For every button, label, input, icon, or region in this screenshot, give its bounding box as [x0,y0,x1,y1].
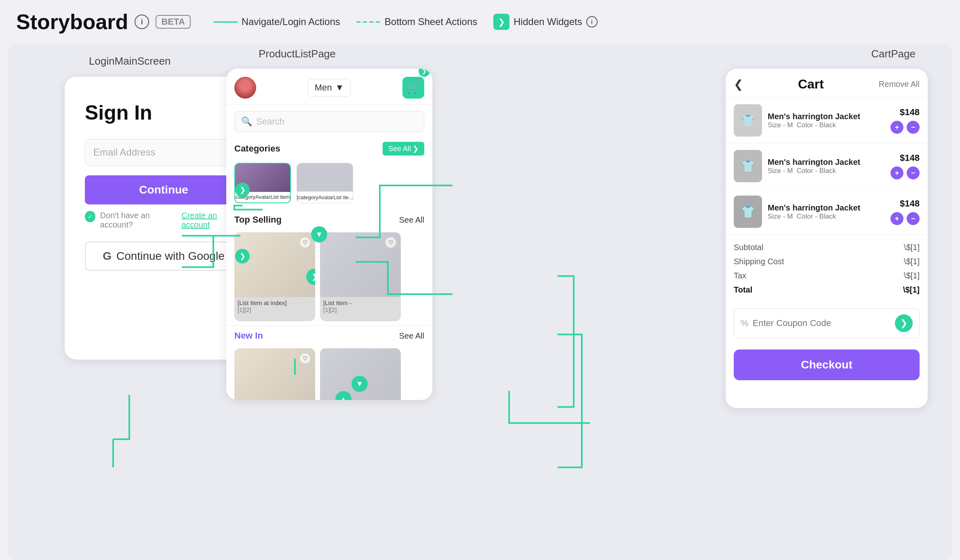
google-arrow-icon: ❯ [235,249,250,263]
storyboard-canvas: LoginMainScreen ProductListPage CartPage… [8,44,952,560]
search-icon: 🔍 [241,116,252,127]
category-label-2: [categoryAvatarList ite... [297,194,353,200]
coupon-input[interactable] [753,318,891,328]
item-info-2: Men's harrington Jacket Size - M Color -… [768,158,885,175]
item-attrs-1: Size - M Color - Black [768,121,885,129]
cart-screen-label: CartPage [871,48,916,68]
item-thumb-1: 👕 [734,104,762,137]
continue-arrow-icon: ❯ [235,183,250,197]
chevron-right-icon: ❯ [493,14,509,30]
item-price-2: $148 [900,153,920,163]
top-selling-title: Top Selling [234,215,282,225]
total-row: Total \$[1] [734,283,920,297]
cart-item-3: 👕 Men's harrington Jacket Size - M Color… [726,189,928,235]
tax-row: Tax \$[1] [734,269,920,283]
beta-badge: BETA [156,15,190,29]
qty-controls-1: + − [891,121,920,134]
google-icon: G [103,250,112,263]
new-in-header: New In See All [226,327,432,344]
heart-icon-2[interactable]: ♡ [385,236,397,248]
heart-icon-1[interactable]: ♡ [299,236,311,248]
product-screen-label: ProductListPage [259,48,336,68]
item-name-1: Men's harrington Jacket [768,112,885,121]
item-attrs-2: Size - M Color - Black [768,167,885,175]
new-product-card-1[interactable]: ♡ [234,348,315,400]
sign-in-title: Sign In [85,101,242,124]
item-price-3: $148 [900,198,920,209]
new-product-card-2[interactable] [320,348,401,400]
cart-screen-card: ❮ Cart Remove All 👕 Men's harrington Jac… [726,69,928,408]
new-in-see-all[interactable]: See All [399,331,424,341]
product-card-1[interactable]: ♡ [List Item at index] [1][2] ❯ [234,232,315,321]
hidden-widgets-info-icon[interactable]: i [586,16,598,27]
subtotal-row: Subtotal \$[1] [734,240,920,255]
coupon-go-button[interactable]: ❯ [895,314,913,332]
solid-line-icon [213,21,238,23]
category-item-2[interactable]: [categoryAvatarList ite... [297,163,353,203]
top-selling-header: Top Selling See All [226,211,432,228]
legend-navigate: Navigate/Login Actions [213,16,340,27]
item-name-3: Men's harrington Jacket [768,203,885,213]
check-icon: ✓ [85,211,95,222]
coupon-row: % ❯ [734,308,920,338]
product-card-2[interactable]: ♡ [List Item - [1][2] [320,232,401,321]
checkout-button[interactable]: Checkout [734,349,920,380]
categories-row: [categoryAvatarList item] [categoryAvata… [226,159,432,207]
legend-hidden-widgets: ❯ Hidden Widgets i [493,14,597,30]
percent-icon: % [741,318,749,328]
product-label-1: [List Item at index] [1][2] [234,297,315,316]
item-thumb-3: 👕 [734,196,762,228]
legend: Navigate/Login Actions Bottom Sheet Acti… [213,14,598,30]
item-thumb-2: 👕 [734,150,762,182]
products-grid: ♡ [List Item at index] [1][2] ❯ ♡ [List … [226,228,432,325]
qty-controls-2: + − [891,166,920,179]
no-account-row: ✓ Don't have an account? Create an accou… [85,211,242,229]
chevron-down-icon: ▼ [335,82,344,93]
search-bar[interactable]: 🔍 Search [234,111,424,132]
item-attrs-3: Size - M Color - Black [768,213,885,221]
item-info-1: Men's harrington Jacket Size - M Color -… [768,112,885,129]
qty-minus-1[interactable]: − [907,121,920,134]
product-screen-card: Men ▼ 🛒 ❯ 🔍 Search Categories See All ❯ [226,69,432,400]
cart-title: Cart [749,77,872,92]
product-header: Men ▼ 🛒 ❯ [226,69,432,105]
item-info-3: Men's harrington Jacket Size - M Color -… [768,203,885,221]
cart-back-button[interactable]: ❮ [734,78,743,91]
google-signin-button[interactable]: G Continue with Google [85,242,242,271]
remove-all-button[interactable]: Remove All [879,80,920,89]
continue-button[interactable]: Continue [85,175,242,204]
see-all-arrow-icon: ❯ [413,144,419,153]
order-summary: Subtotal \$[1] Shipping Cost \$[1] Tax \… [726,235,928,303]
cart-header: ❮ Cart Remove All [726,69,928,98]
categories-title: Categories [234,143,280,154]
info-icon[interactable]: i [135,15,149,29]
categories-down-arrow: ▼ [311,226,327,242]
new-in-grid: ♡ [226,344,432,400]
app-title: Storyboard [16,10,128,34]
new-in-section: New In See All ♡ [226,325,432,400]
top-selling-see-all[interactable]: See All [399,215,424,225]
cart-item-1: 👕 Men's harrington Jacket Size - M Color… [726,98,928,143]
item-price-1: $148 [900,107,920,118]
gender-dropdown[interactable]: Men ▼ [308,79,351,97]
qty-minus-3[interactable]: − [907,212,920,225]
email-input[interactable]: Email Address [85,139,242,166]
cart-item-2: 👕 Men's harrington Jacket Size - M Color… [726,143,928,189]
product-label-2: [List Item - [1][2] [320,297,401,316]
qty-plus-2[interactable]: + [891,166,903,179]
cart-icon-button[interactable]: 🛒 ❯ [402,77,424,99]
shipping-row: Shipping Cost \$[1] [734,255,920,269]
categories-see-all-button[interactable]: See All ❯ [383,142,424,156]
user-avatar[interactable] [234,77,256,99]
item-name-2: Men's harrington Jacket [768,158,885,167]
qty-minus-2[interactable]: − [907,166,920,179]
qty-plus-1[interactable]: + [891,121,903,134]
heart-icon-3[interactable]: ♡ [299,352,311,364]
new-in-title: New In [234,331,263,341]
qty-plus-3[interactable]: + [891,212,903,225]
login-screen-label: LoginMainScreen [89,55,171,76]
legend-bottom-sheet: Bottom Sheet Actions [356,16,477,27]
dashed-line-icon [356,21,381,23]
header: Storyboard i BETA Navigate/Login Actions… [0,0,960,44]
cart-nav-arrow: ❯ [419,69,430,77]
